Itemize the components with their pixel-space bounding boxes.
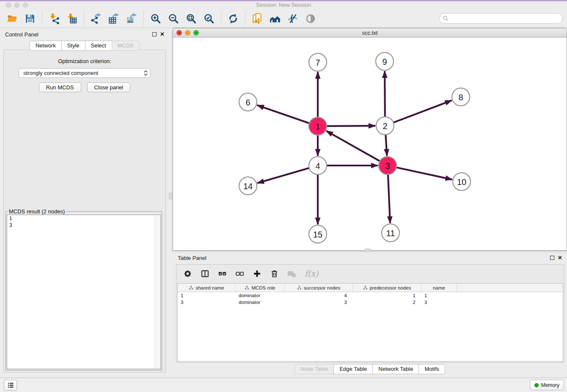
duplicate-network-icon[interactable] <box>251 12 264 25</box>
tab-style[interactable]: Style <box>61 41 85 51</box>
list-icon <box>7 381 14 389</box>
node-3[interactable]: 3 <box>379 157 396 174</box>
column-header-mcds-role[interactable]: MCDS role <box>236 284 285 292</box>
function-builder-icon: f(x) <box>305 269 319 278</box>
network-graph: 7968124314101511 <box>173 38 567 251</box>
hierarchy-icon <box>363 285 368 290</box>
node-7[interactable]: 7 <box>309 53 327 71</box>
tab-network[interactable]: Network <box>30 41 62 51</box>
close-window-icon[interactable] <box>6 3 11 8</box>
cell-name[interactable]: 1 <box>421 293 457 298</box>
graphics-details-icon[interactable] <box>286 12 299 25</box>
network-window-controls: × – + <box>176 30 199 36</box>
save-session-icon[interactable] <box>24 12 36 25</box>
cell-predecessor-nodes[interactable]: 2 <box>353 300 421 305</box>
node-15[interactable]: 15 <box>309 225 327 243</box>
table-row[interactable]: 3dominator323 <box>178 299 563 306</box>
edge-2-3[interactable] <box>385 134 387 156</box>
column-header-name[interactable]: name <box>421 284 457 292</box>
svg-text:15: 15 <box>313 230 322 239</box>
column-header-predecessor-nodes[interactable]: predecessor nodes <box>353 284 421 292</box>
run-mcds-button[interactable]: Run MCDS <box>39 83 81 92</box>
home-icon[interactable] <box>269 12 281 25</box>
maximize-network-icon[interactable]: + <box>193 30 199 36</box>
show-columns-icon[interactable] <box>201 269 209 278</box>
close-panel-button[interactable]: Close panel <box>87 83 131 92</box>
edge-3-10[interactable] <box>396 167 452 179</box>
close-network-icon[interactable]: × <box>176 30 182 36</box>
select-all-icon[interactable] <box>218 269 227 278</box>
cell-successor-nodes[interactable]: 3 <box>285 300 353 305</box>
cell-name[interactable]: 3 <box>421 300 457 305</box>
task-history-button[interactable] <box>4 380 17 391</box>
splitter-handle-bottom[interactable] <box>365 248 371 251</box>
cell-successor-nodes[interactable]: 4 <box>285 293 353 298</box>
node-9[interactable]: 9 <box>376 52 394 70</box>
window-controls-inactive[interactable] <box>6 3 28 8</box>
delete-icon[interactable] <box>270 269 279 278</box>
open-folder-icon[interactable] <box>6 12 19 25</box>
edge-3-11[interactable] <box>388 174 390 223</box>
edge-2-8[interactable] <box>393 100 452 123</box>
search-input[interactable] <box>451 16 559 22</box>
tab-node-table[interactable]: Node Table <box>295 364 334 374</box>
import-table-icon[interactable] <box>66 12 78 25</box>
cell-shared-name[interactable]: 3 <box>178 300 236 305</box>
float-table-panel-icon[interactable] <box>550 256 554 260</box>
table-row[interactable]: 1dominator411 <box>178 292 563 299</box>
svg-text:2: 2 <box>383 121 387 131</box>
cell-mcds-role[interactable]: dominator <box>236 293 285 298</box>
export-image-icon[interactable] <box>125 12 138 25</box>
minimize-window-icon[interactable] <box>14 3 19 8</box>
tab-motifs[interactable]: Motifs <box>418 364 445 374</box>
mcds-result-list[interactable]: 13 <box>7 215 161 369</box>
cell-shared-name[interactable]: 1 <box>178 293 236 298</box>
column-header-successor-nodes[interactable]: successor nodes <box>285 284 353 292</box>
edge-3-1[interactable] <box>326 131 380 161</box>
splitter-handle-left[interactable] <box>169 193 172 199</box>
search-box[interactable] <box>439 13 563 24</box>
column-header-shared-name[interactable]: shared name <box>178 284 236 292</box>
tab-mcds[interactable]: MCDS <box>112 41 140 51</box>
minimize-network-icon[interactable]: – <box>185 30 190 36</box>
node-10[interactable]: 10 <box>453 173 471 190</box>
zoom-in-icon[interactable] <box>149 12 162 25</box>
export-network-icon[interactable] <box>90 12 102 25</box>
add-icon[interactable] <box>253 269 261 278</box>
node-11[interactable]: 11 <box>382 224 399 242</box>
optimization-criterion-select[interactable]: strongly connected component <box>19 68 151 78</box>
close-panel-icon[interactable]: × <box>160 32 164 36</box>
tab-edge-table[interactable]: Edge Table <box>333 364 373 374</box>
maximize-window-icon[interactable] <box>23 3 28 8</box>
table-tabs: Node TableEdge TableNetwork TableMotifs <box>173 364 567 374</box>
node-1[interactable]: 1 <box>309 117 327 135</box>
edge-1-6[interactable] <box>257 105 310 124</box>
memory-button[interactable]: Memory <box>530 380 564 390</box>
export-table-icon[interactable] <box>107 12 120 25</box>
tab-select[interactable]: Select <box>85 41 112 51</box>
edge-2-9[interactable] <box>385 71 385 117</box>
node-8[interactable]: 8 <box>452 88 470 106</box>
zoom-out-icon[interactable] <box>167 12 180 25</box>
gear-icon[interactable] <box>183 269 192 278</box>
cell-predecessor-nodes[interactable]: 1 <box>353 293 421 298</box>
zoom-selected-icon[interactable] <box>203 12 215 25</box>
cell-mcds-role[interactable]: dominator <box>236 300 285 305</box>
deselect-all-icon[interactable] <box>235 269 244 278</box>
tab-network-table[interactable]: Network Table <box>372 364 419 374</box>
node-2[interactable]: 2 <box>376 117 394 135</box>
node-6[interactable]: 6 <box>239 93 257 111</box>
float-panel-icon[interactable] <box>152 32 157 36</box>
network-canvas[interactable]: 7968124314101511 <box>173 38 567 250</box>
node-14[interactable]: 14 <box>239 177 257 195</box>
column-label: name <box>433 285 445 290</box>
close-table-panel-icon[interactable]: × <box>558 256 562 260</box>
result-scrollbar[interactable] <box>154 215 160 368</box>
birds-eye-view-icon[interactable] <box>304 12 317 25</box>
zoom-fit-icon[interactable] <box>185 12 198 25</box>
edge-4-14[interactable] <box>257 168 310 183</box>
import-network-icon[interactable] <box>48 12 61 25</box>
node-4[interactable]: 4 <box>309 157 327 174</box>
apply-layout-icon[interactable] <box>227 12 239 25</box>
edge-1-2[interactable] <box>326 126 375 126</box>
